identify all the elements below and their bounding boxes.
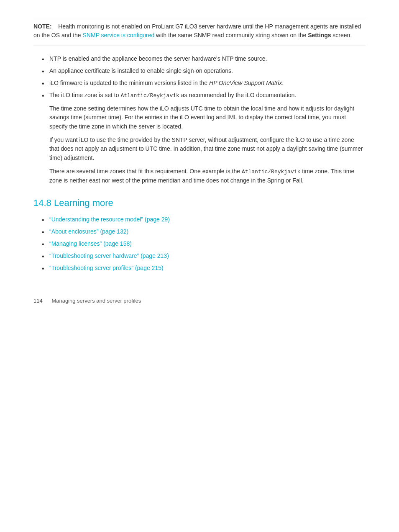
bullet-item-4-after: as recommended by the iLO documentation. bbox=[179, 92, 296, 98]
footer-page-number: 114 bbox=[33, 298, 43, 304]
bullet-item-1: NTP is enabled and the appliance becomes… bbox=[49, 55, 267, 62]
snmp-service-link[interactable]: SNMP service is configured bbox=[83, 32, 155, 39]
list-item: “About enclosures” (page 132) bbox=[42, 227, 366, 236]
list-item: An appliance certificate is installed to… bbox=[42, 67, 366, 75]
main-bullet-list: NTP is enabled and the appliance becomes… bbox=[33, 54, 366, 185]
bullet-item-3-after: . bbox=[282, 80, 284, 86]
learning-link-5[interactable]: “Troubleshooting server profiles” (page … bbox=[49, 265, 164, 271]
sub-paragraph-3: There are several time zones that fit th… bbox=[49, 167, 366, 185]
page-footer: 114 Managing servers and server profiles bbox=[33, 298, 366, 304]
note-content: NOTE: Health monitoring is not enabled o… bbox=[33, 23, 361, 39]
note-text-after-link: with the same SNMP read community string… bbox=[154, 32, 308, 39]
learning-link-2[interactable]: “About enclosures” (page 132) bbox=[49, 228, 128, 235]
sub-paragraph-2: If you want iLO to use the time provided… bbox=[49, 136, 366, 163]
bullet-item-4-before: The iLO time zone is set to bbox=[49, 92, 120, 98]
note-label: NOTE: bbox=[33, 23, 52, 30]
sub-paragraph-1: The time zone setting determines how the… bbox=[49, 104, 366, 131]
note-text-end: screen. bbox=[331, 32, 352, 39]
bullet-item-3-italic: HP OneView Support Matrix bbox=[209, 80, 282, 86]
list-item: iLO firmware is updated to the minimum v… bbox=[42, 79, 366, 87]
section-heading: 14.8 Learning more bbox=[33, 198, 366, 208]
note-box: NOTE: Health monitoring is not enabled o… bbox=[33, 17, 366, 46]
footer-label: Managing servers and server profiles bbox=[51, 298, 141, 304]
list-item: “Troubleshooting server hardware” (page … bbox=[42, 252, 366, 260]
page-content: NOTE: Health monitoring is not enabled o… bbox=[0, 0, 399, 329]
bullet-item-4-mono: Atlantic/Reykjavik bbox=[120, 93, 179, 99]
learning-more-list: “Understanding the resource model” (page… bbox=[33, 215, 366, 272]
settings-bold: Settings bbox=[308, 32, 331, 39]
learning-link-4[interactable]: “Troubleshooting server hardware” (page … bbox=[49, 252, 169, 259]
bullet-item-3-before: iLO firmware is updated to the minimum v… bbox=[49, 80, 209, 86]
learning-link-1[interactable]: “Understanding the resource model” (page… bbox=[49, 216, 170, 223]
bullet-item-2: An appliance certificate is installed to… bbox=[49, 67, 233, 74]
list-item: “Understanding the resource model” (page… bbox=[42, 215, 366, 224]
list-item: The iLO time zone is set to Atlantic/Rey… bbox=[42, 91, 366, 185]
list-item: “Managing licenses” (page 158) bbox=[42, 239, 366, 248]
list-item: “Troubleshooting server profiles” (page … bbox=[42, 264, 366, 272]
sub-para-3-before: There are several time zones that fit th… bbox=[49, 168, 242, 175]
sub-para-3-mono: Atlantic/Reykjavik bbox=[242, 169, 300, 175]
learning-link-3[interactable]: “Managing licenses” (page 158) bbox=[49, 240, 132, 247]
list-item: NTP is enabled and the appliance becomes… bbox=[42, 54, 366, 63]
